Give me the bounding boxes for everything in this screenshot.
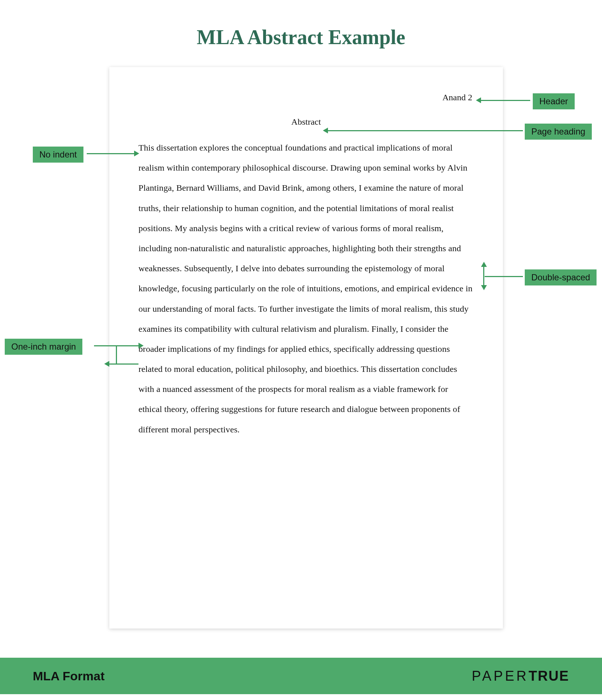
abstract-body: This dissertation explores the conceptua… <box>138 138 474 440</box>
arrow-line <box>328 130 523 131</box>
page-title: MLA Abstract Example <box>0 0 602 67</box>
arrow-line <box>94 345 116 346</box>
arrow-head-icon <box>323 128 328 133</box>
page-content: Anand 2 Abstract This dissertation explo… <box>138 93 474 440</box>
logo-text-bold: TRUE <box>529 668 569 684</box>
arrow-line <box>483 267 484 285</box>
arrow-head-icon <box>476 97 481 103</box>
arrow-line <box>485 276 523 277</box>
diagram-canvas: Anand 2 Abstract This dissertation explo… <box>0 67 602 658</box>
arrow-line <box>481 100 530 101</box>
footer-bar: MLA Format PAPERTRUE <box>0 658 602 694</box>
footer-format-label: MLA Format <box>33 669 105 683</box>
annotation-no-indent: No indent <box>33 147 83 163</box>
brand-logo: PAPERTRUE <box>472 668 569 684</box>
arrow-line <box>117 345 138 346</box>
arrow-line <box>87 153 134 154</box>
running-head: Anand 2 <box>138 93 474 102</box>
annotation-one-inch-margin: One-inch margin <box>5 339 82 355</box>
arrow-line <box>116 345 117 363</box>
arrow-line <box>109 363 138 365</box>
abstract-heading: Abstract <box>138 117 474 127</box>
document-page: Anand 2 Abstract This dissertation explo… <box>109 67 503 629</box>
arrow-head-icon <box>134 151 139 156</box>
arrow-head-icon <box>138 343 144 349</box>
annotation-page-heading: Page heading <box>525 124 592 140</box>
logo-text-thin: PAPER <box>472 668 529 684</box>
arrow-head-icon <box>104 361 109 367</box>
annotation-header: Header <box>533 93 575 109</box>
arrow-head-icon <box>481 285 487 290</box>
arrow-head-icon <box>481 262 487 267</box>
annotation-double-spaced: Double-spaced <box>525 269 597 285</box>
